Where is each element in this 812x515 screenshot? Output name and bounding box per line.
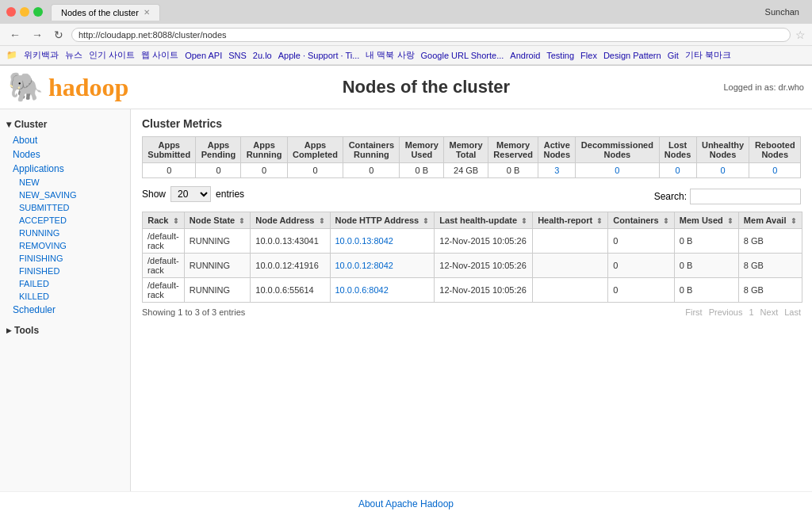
sidebar-app-failed[interactable]: FAILED bbox=[0, 277, 130, 290]
memavail-sort-icon: ⇕ bbox=[791, 217, 797, 225]
entries-label: entries bbox=[216, 189, 244, 200]
lost-nodes-link[interactable]: 0 bbox=[675, 166, 680, 175]
bookmark-apple[interactable]: Apple · Support · Ti... bbox=[278, 51, 360, 60]
bookmark-git[interactable]: Git bbox=[668, 51, 679, 60]
col-node-state[interactable]: Node State ⇕ bbox=[184, 212, 251, 229]
bookmark-macbook[interactable]: 내 맥북 사랑 bbox=[366, 49, 414, 61]
bookmark-wikipedia[interactable]: 위키백과 bbox=[24, 49, 59, 61]
col-health-report[interactable]: Health-report ⇕ bbox=[533, 212, 608, 229]
metrics-unhealthy-nodes: 0 bbox=[696, 163, 749, 178]
bookmark-2ulo[interactable]: 2u.lo bbox=[253, 51, 272, 60]
bookmark-google[interactable]: Google URL Shorte... bbox=[421, 51, 504, 60]
pagination-next[interactable]: Next bbox=[760, 307, 779, 317]
sidebar-app-new-saving[interactable]: NEW_SAVING bbox=[0, 189, 130, 201]
sidebar-app-finishing[interactable]: FINISHING bbox=[0, 252, 130, 265]
sidebar-app-running[interactable]: RUNNING bbox=[0, 227, 130, 239]
node-http-link-0[interactable]: 10.0.0.13:8042 bbox=[335, 236, 393, 246]
bookmark-other[interactable]: 기타 북마크 bbox=[685, 49, 731, 61]
bookmark-star-icon[interactable]: ☆ bbox=[795, 29, 806, 41]
table-row: /default-rack RUNNING 10.0.0.13:43041 10… bbox=[143, 229, 802, 254]
metrics-header-containers-running: ContainersRunning bbox=[343, 137, 400, 163]
sidebar-item-nodes[interactable]: Nodes bbox=[0, 147, 130, 162]
hadoop-logo: 🐘 hadoop bbox=[8, 71, 128, 104]
minimize-button[interactable] bbox=[20, 7, 29, 17]
nodeaddress-sort-icon: ⇕ bbox=[319, 217, 325, 225]
show-label: Show bbox=[142, 189, 166, 200]
pagination-last[interactable]: Last bbox=[784, 307, 801, 317]
sidebar-app-killed[interactable]: KILLED bbox=[0, 290, 130, 303]
nodestate-sort-icon: ⇕ bbox=[239, 217, 245, 225]
browser-tab[interactable]: Nodes of the cluster ✕ bbox=[51, 4, 160, 21]
bookmark-openapi[interactable]: Open API bbox=[185, 51, 222, 60]
rebooted-nodes-link[interactable]: 0 bbox=[772, 166, 777, 175]
sidebar: ▾ Cluster About Nodes Applications NEW N… bbox=[0, 109, 131, 491]
decommissioned-nodes-link[interactable]: 0 bbox=[615, 166, 619, 175]
cell-healthreport-2 bbox=[533, 278, 608, 303]
bookmark-popular[interactable]: 인기 사이트 bbox=[89, 49, 135, 61]
cell-memavail-0: 8 GB bbox=[738, 229, 802, 254]
col-mem-avail[interactable]: Mem Avail ⇕ bbox=[738, 212, 802, 229]
tab-close-icon[interactable]: ✕ bbox=[144, 8, 150, 17]
sidebar-item-scheduler[interactable]: Scheduler bbox=[0, 303, 130, 317]
sidebar-tools-section: ▸ Tools bbox=[0, 322, 130, 339]
metrics-decommissioned-nodes: 0 bbox=[576, 163, 659, 178]
col-node-address[interactable]: Node Address ⇕ bbox=[251, 212, 330, 229]
sidebar-app-finished[interactable]: FINISHED bbox=[0, 265, 130, 277]
app-footer: About Apache Hadoop bbox=[0, 491, 812, 515]
cell-lasthealth-2: 12-Nov-2015 10:05:26 bbox=[435, 278, 533, 303]
healthreport-sort-icon: ⇕ bbox=[596, 217, 603, 225]
address-bar[interactable] bbox=[71, 28, 791, 42]
bookmark-android[interactable]: Android bbox=[510, 51, 540, 60]
close-button[interactable] bbox=[6, 7, 16, 17]
app-header: 🐘 hadoop Nodes of the cluster Logged in … bbox=[0, 66, 812, 109]
cell-containers-0: 0 bbox=[608, 229, 675, 254]
browser-chrome: Nodes of the cluster ✕ Sunchan ← → ↻ ☆ 📁… bbox=[0, 0, 812, 66]
nav-bar: ← → ↻ ☆ bbox=[0, 24, 812, 46]
cell-address-2: 10.0.0.6:55614 bbox=[251, 278, 330, 303]
col-rack[interactable]: Rack ⇕ bbox=[143, 212, 185, 229]
sidebar-app-accepted[interactable]: ACCEPTED bbox=[0, 214, 130, 227]
cell-healthreport-1 bbox=[533, 254, 608, 278]
metrics-header-apps-running: AppsRunning bbox=[241, 137, 287, 163]
bookmark-flex[interactable]: Flex bbox=[580, 51, 597, 60]
sidebar-app-submitted[interactable]: SUBMITTED bbox=[0, 201, 130, 214]
entries-select[interactable]: 20 50 100 bbox=[170, 186, 211, 202]
cell-http-0: 10.0.0.13:8042 bbox=[330, 229, 435, 254]
pagination-first[interactable]: First bbox=[685, 307, 702, 317]
bookmark-design[interactable]: Design Pattern bbox=[603, 51, 661, 60]
node-http-link-1[interactable]: 10.0.0.12:8042 bbox=[335, 261, 393, 270]
sidebar-item-about[interactable]: About bbox=[0, 133, 130, 147]
about-hadoop-link[interactable]: About Apache Hadoop bbox=[358, 498, 454, 509]
unhealthy-nodes-link[interactable]: 0 bbox=[720, 166, 725, 175]
metrics-header-lost-nodes: LostNodes bbox=[659, 137, 696, 163]
col-mem-used[interactable]: Mem Used ⇕ bbox=[674, 212, 738, 229]
col-containers[interactable]: Containers ⇕ bbox=[608, 212, 675, 229]
search-input[interactable] bbox=[690, 189, 801, 204]
col-last-health[interactable]: Last health-update ⇕ bbox=[435, 212, 533, 229]
node-http-link-2[interactable]: 10.0.0.6:8042 bbox=[335, 285, 389, 295]
main-content: Cluster Metrics AppsSubmitted AppsPendin… bbox=[131, 109, 812, 491]
forward-button[interactable]: → bbox=[29, 27, 46, 43]
metrics-apps-completed: 0 bbox=[287, 163, 343, 178]
sidebar-cluster-header[interactable]: ▾ Cluster bbox=[0, 116, 130, 133]
sidebar-app-new[interactable]: NEW bbox=[0, 176, 130, 189]
cell-memused-2: 0 B bbox=[674, 278, 738, 303]
metrics-header-unhealthy-nodes: UnhealthyNodes bbox=[696, 137, 749, 163]
active-nodes-link[interactable]: 3 bbox=[554, 166, 559, 175]
bookmark-news[interactable]: 뉴스 bbox=[65, 49, 82, 61]
cell-containers-2: 0 bbox=[608, 278, 675, 303]
bookmark-sns[interactable]: SNS bbox=[228, 51, 247, 60]
bookmark-testing[interactable]: Testing bbox=[546, 51, 574, 60]
col-node-http[interactable]: Node HTTP Address ⇕ bbox=[330, 212, 435, 229]
bookmark-website[interactable]: 웹 사이트 bbox=[141, 49, 178, 61]
pagination-previous[interactable]: Previous bbox=[709, 307, 743, 317]
sidebar-item-applications[interactable]: Applications bbox=[0, 162, 130, 176]
sidebar-app-removing[interactable]: REMOVING bbox=[0, 239, 130, 252]
metrics-active-nodes: 3 bbox=[538, 163, 576, 178]
metrics-apps-submitted: 0 bbox=[143, 163, 196, 178]
pagination-page1[interactable]: 1 bbox=[749, 307, 753, 317]
refresh-button[interactable]: ↻ bbox=[51, 27, 67, 43]
back-button[interactable]: ← bbox=[6, 27, 24, 43]
maximize-button[interactable] bbox=[33, 7, 43, 17]
sidebar-tools-header[interactable]: ▸ Tools bbox=[0, 322, 130, 339]
